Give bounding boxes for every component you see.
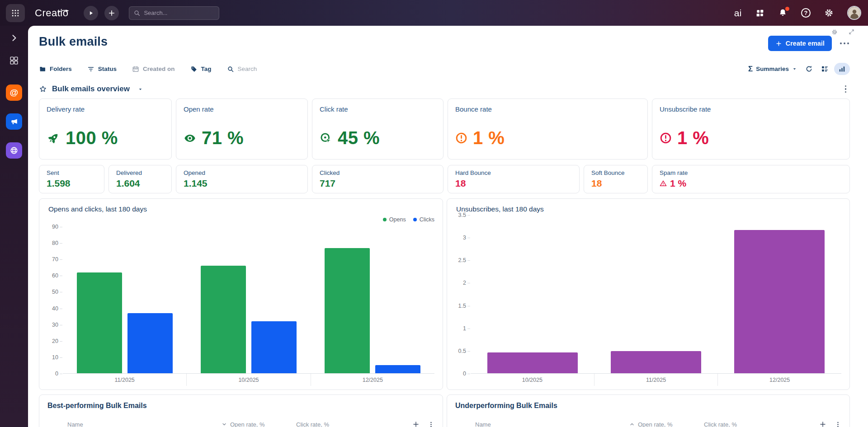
run-process-button[interactable] xyxy=(84,6,98,20)
metric-value: 1 % xyxy=(473,128,505,148)
table-kebab-icon[interactable] xyxy=(428,421,434,427)
y-axis-tick: 40 xyxy=(52,305,58,312)
sidebar-expand-button[interactable] xyxy=(6,32,22,44)
chart-card-unsubscribes: Unsubscribes, last 180 days 3.532.521.51… xyxy=(447,198,850,390)
list-view-icon[interactable] xyxy=(821,65,829,73)
copilot-ai-icon[interactable]: ai xyxy=(734,8,742,19)
metric-card-unsubscribe-rate: Unsubscribe rate 1 % xyxy=(652,99,850,160)
y-axis-tick: 60 xyxy=(52,272,58,279)
metric-card-bounce-rate: Bounce rate 1 % xyxy=(448,99,648,160)
user-avatar[interactable] xyxy=(847,6,861,20)
filter-folders[interactable]: Folders xyxy=(39,66,72,73)
submetrics-row: Sent 1.598 Delivered 1.604 Opened 1.145 … xyxy=(39,165,850,193)
add-row-icon[interactable] xyxy=(819,421,826,427)
bar-group xyxy=(718,215,841,373)
chart-card-opens-clicks: Opens and clicks, last 180 days OpensCli… xyxy=(39,198,443,390)
submetric-card-opened: Opened 1.145 xyxy=(176,165,308,193)
y-axis-tick: 3 xyxy=(463,235,466,241)
metric-label: Bounce rate xyxy=(455,105,640,113)
submetric-value: 18 xyxy=(455,178,466,189)
chart-view-icon[interactable] xyxy=(834,63,850,75)
favorite-star-icon[interactable] xyxy=(39,85,47,93)
sidebar-item-landing-pages[interactable] xyxy=(6,142,22,159)
sort-desc-icon xyxy=(222,422,227,427)
refresh-icon[interactable] xyxy=(805,65,813,73)
y-axis-tick: 2.5 xyxy=(458,257,466,263)
column-header-open-rate[interactable]: Open rate, % xyxy=(629,421,704,427)
warning-triangle-icon xyxy=(660,180,667,187)
metrics-row: Delivery rate 100 % Open rate 71 % Click… xyxy=(39,99,850,160)
submetric-value: 717 xyxy=(320,178,335,189)
table-kebab-icon[interactable] xyxy=(835,421,841,427)
sidebar-item-workspaces[interactable] xyxy=(6,55,22,66)
metric-label: Delivery rate xyxy=(47,105,164,113)
global-search[interactable] xyxy=(129,6,219,20)
plot-area xyxy=(471,215,841,374)
bar-group xyxy=(594,215,717,373)
submetric-value: 1.145 xyxy=(184,178,208,189)
column-header-name[interactable]: Name xyxy=(47,421,222,427)
chevron-down-icon[interactable] xyxy=(138,87,143,92)
submetric-value: 18 xyxy=(591,178,602,189)
dashboard-kebab-menu[interactable] xyxy=(841,84,850,95)
view-selector[interactable]: Bulk emails overview xyxy=(52,84,130,94)
calendar-icon xyxy=(132,66,139,73)
filter-search-input[interactable] xyxy=(238,66,288,72)
sidebar-item-email-marketing[interactable]: @ xyxy=(6,84,22,101)
workspaces-squares-icon[interactable] xyxy=(755,9,764,18)
grid-9-icon xyxy=(11,9,20,18)
chart-body: 3.532.521.510.50 xyxy=(453,215,841,374)
y-axis-tick: 1.5 xyxy=(458,303,466,309)
metric-value: 100 % xyxy=(66,128,118,148)
filter-status[interactable]: Status xyxy=(87,66,117,73)
column-header-name[interactable]: Name xyxy=(455,421,629,427)
filter-tag[interactable]: Tag xyxy=(190,66,212,73)
table-header-row: Name Open rate, % Click rate, % xyxy=(455,418,841,427)
column-header-click-rate[interactable]: Click rate, % xyxy=(296,421,412,427)
app-launcher-button[interactable] xyxy=(6,4,25,22)
bar-unsubscribes-12-2025 xyxy=(734,230,825,373)
filter-search[interactable] xyxy=(227,66,288,73)
more-options-button[interactable] xyxy=(839,40,850,47)
bar-clicks-12-2025 xyxy=(375,365,420,373)
help-icon[interactable]: ? xyxy=(801,8,811,18)
table-title: Underperforming Bulk Emails xyxy=(455,402,841,410)
add-row-icon[interactable] xyxy=(412,421,420,427)
x-axis-label: 10/2025 xyxy=(186,374,310,386)
submetric-label: Sent xyxy=(47,169,97,176)
y-axis-tick: 10 xyxy=(52,354,58,361)
filter-icon xyxy=(87,66,94,73)
notifications-bell-icon[interactable] xyxy=(778,8,788,18)
y-axis-tick: 0.5 xyxy=(458,348,466,354)
create-email-button[interactable]: Create email xyxy=(768,36,832,51)
x-axis: 10/202511/202512/2025 xyxy=(471,374,841,386)
chevron-right-icon xyxy=(9,33,19,42)
metric-value: 71 % xyxy=(202,128,244,148)
global-search-input[interactable] xyxy=(144,9,212,16)
column-header-open-rate[interactable]: Open rate, % xyxy=(222,421,296,427)
sidebar-item-campaigns[interactable] xyxy=(6,113,22,130)
column-header-click-rate[interactable]: Click rate, % xyxy=(704,421,819,427)
y-axis-tick: 80 xyxy=(52,240,58,246)
summaries-button[interactable]: Summaries xyxy=(756,66,789,72)
y-axis-tick: 0 xyxy=(463,371,466,377)
chevron-down-icon[interactable] xyxy=(792,66,797,71)
filter-created-on[interactable]: Created on xyxy=(132,66,175,73)
alert-circle-icon xyxy=(455,132,467,144)
bar-group xyxy=(471,215,594,373)
table-title: Best-performing Bulk Emails xyxy=(47,402,434,410)
search-icon xyxy=(227,66,234,73)
quick-add-button[interactable] xyxy=(104,6,119,20)
bar-group xyxy=(311,227,434,373)
settings-gear-icon[interactable] xyxy=(824,8,834,18)
submetric-card-hard-bounce: Hard Bounce 18 xyxy=(448,165,580,193)
table-header-row: Name Open rate, % Click rate, % xyxy=(47,418,434,427)
plane-swoosh-icon xyxy=(57,5,69,17)
tag-icon xyxy=(190,66,198,73)
bar-unsubscribes-11-2025 xyxy=(611,351,701,373)
creatio-logo[interactable]: Creatio xyxy=(35,7,68,19)
y-axis: 3.532.521.510.50 xyxy=(453,215,471,374)
y-axis-tick: 20 xyxy=(52,338,58,344)
x-axis-label: 12/2025 xyxy=(717,374,841,386)
x-axis-label: 12/2025 xyxy=(311,374,434,386)
